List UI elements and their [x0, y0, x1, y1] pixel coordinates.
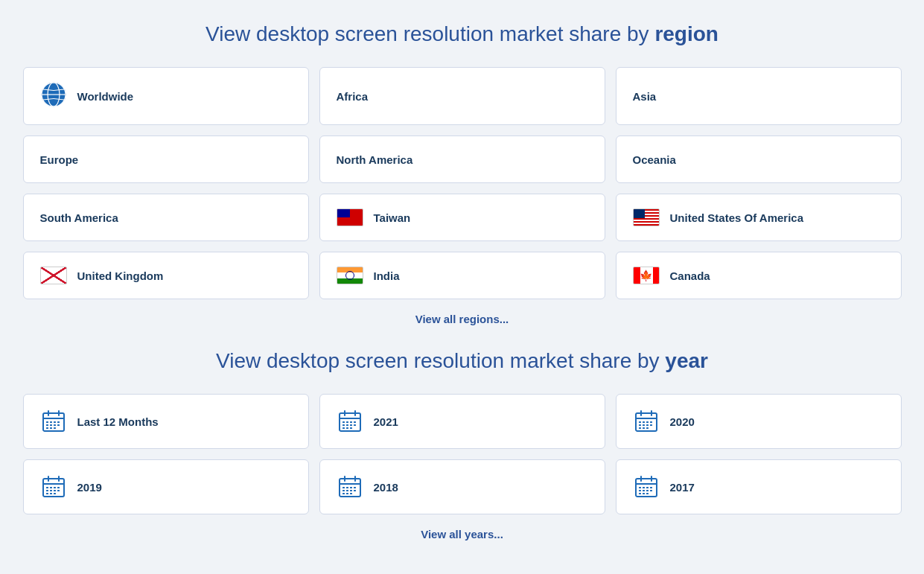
calendar-icon-2018	[337, 473, 363, 500]
svg-rect-54	[50, 487, 52, 488]
calendar-icon-last12	[40, 408, 67, 435]
year-card-2020-label: 2020	[670, 415, 695, 428]
region-card-north-america[interactable]: North America	[319, 135, 605, 183]
svg-rect-91	[639, 493, 641, 494]
svg-rect-8	[46, 421, 48, 423]
region-card-worldwide-label: Worldwide	[77, 90, 134, 103]
svg-rect-45	[650, 424, 652, 426]
svg-rect-60	[57, 490, 60, 491]
year-card-2019-label: 2019	[77, 481, 102, 494]
svg-rect-43	[643, 424, 645, 426]
svg-rect-17	[50, 427, 52, 429]
svg-rect-48	[646, 427, 649, 429]
svg-rect-15	[57, 424, 60, 426]
svg-rect-33	[350, 427, 352, 429]
calendar-icon-2017	[633, 473, 660, 500]
svg-rect-86	[650, 487, 652, 488]
svg-rect-29	[350, 424, 352, 426]
svg-rect-18	[54, 427, 56, 429]
svg-rect-53	[46, 487, 48, 488]
year-card-2018[interactable]: 2018	[319, 459, 605, 514]
svg-rect-30	[354, 424, 356, 426]
year-card-2018-label: 2018	[374, 481, 398, 494]
svg-rect-9	[50, 421, 52, 423]
region-card-india-label: India	[374, 270, 400, 282]
region-card-uk[interactable]: United Kingdom	[23, 252, 309, 299]
svg-rect-55	[54, 487, 56, 488]
svg-rect-76	[342, 493, 345, 494]
region-card-oceania-label: Oceania	[633, 153, 676, 166]
svg-rect-83	[639, 487, 641, 488]
svg-rect-26	[354, 421, 356, 423]
svg-rect-28	[346, 424, 348, 426]
uk-flag-icon	[40, 267, 67, 284]
region-card-india[interactable]: India	[319, 252, 605, 299]
year-card-last12-label: Last 12 Months	[77, 415, 159, 428]
region-card-europe[interactable]: Europe	[23, 135, 309, 183]
svg-rect-14	[54, 424, 56, 426]
svg-rect-90	[650, 490, 652, 491]
svg-rect-10	[54, 421, 56, 423]
region-card-uk-label: United Kingdom	[77, 270, 164, 282]
calendar-icon-2021	[337, 408, 363, 435]
region-card-europe-label: Europe	[40, 153, 79, 166]
region-card-oceania[interactable]: Oceania	[616, 135, 902, 183]
region-card-asia[interactable]: Asia	[616, 67, 902, 125]
region-card-usa-label: United States Of America	[670, 211, 804, 224]
svg-rect-27	[342, 424, 345, 426]
year-card-2019[interactable]: 2019	[23, 459, 309, 514]
globe-icon	[40, 81, 67, 111]
region-card-usa[interactable]: United States Of America	[616, 194, 902, 241]
svg-rect-23	[342, 421, 345, 423]
svg-rect-78	[350, 493, 352, 494]
view-all-regions-link[interactable]: View all regions...	[415, 313, 509, 325]
svg-rect-75	[354, 490, 356, 491]
svg-rect-24	[346, 421, 348, 423]
svg-rect-74	[350, 490, 352, 491]
region-card-africa[interactable]: Africa	[319, 67, 605, 125]
region-card-asia-label: Asia	[633, 90, 657, 103]
calendar-icon-2019	[40, 473, 67, 500]
year-card-2021[interactable]: 2021	[319, 394, 605, 449]
svg-rect-57	[46, 490, 48, 491]
svg-rect-92	[643, 493, 645, 494]
calendar-icon-2020	[633, 408, 660, 435]
region-card-south-america[interactable]: South America	[23, 194, 309, 241]
svg-rect-71	[354, 487, 356, 488]
region-card-canada[interactable]: Canada	[616, 252, 902, 299]
region-card-worldwide[interactable]: Worldwide	[23, 67, 309, 125]
canada-flag-icon	[633, 267, 660, 284]
svg-rect-56	[57, 487, 60, 488]
region-grid: Worldwide Africa Asia Europe North Ameri…	[23, 67, 902, 299]
svg-rect-46	[639, 427, 641, 429]
region-card-taiwan-label: Taiwan	[374, 211, 411, 224]
svg-rect-11	[57, 421, 60, 423]
svg-rect-70	[350, 487, 352, 488]
region-card-taiwan[interactable]: Taiwan	[319, 194, 605, 241]
svg-rect-73	[346, 490, 348, 491]
svg-rect-63	[54, 493, 56, 494]
svg-rect-38	[639, 421, 641, 423]
svg-rect-12	[46, 424, 48, 426]
year-card-2017[interactable]: 2017	[616, 459, 902, 514]
svg-rect-88	[643, 490, 645, 491]
svg-rect-42	[639, 424, 641, 426]
svg-rect-89	[646, 490, 649, 491]
region-card-north-america-label: North America	[337, 153, 413, 166]
year-card-last12[interactable]: Last 12 Months	[23, 394, 309, 449]
svg-rect-13	[50, 424, 52, 426]
region-section-title: View desktop screen resolution market sh…	[205, 22, 719, 46]
year-card-2017-label: 2017	[670, 481, 695, 494]
year-card-2021-label: 2021	[374, 415, 398, 428]
svg-rect-93	[646, 493, 649, 494]
svg-rect-41	[650, 421, 652, 423]
year-card-2020[interactable]: 2020	[616, 394, 902, 449]
year-section-title: View desktop screen resolution market sh…	[216, 349, 708, 373]
view-all-years-link[interactable]: View all years...	[421, 528, 503, 540]
svg-rect-40	[646, 421, 649, 423]
year-grid: Last 12 Months	[23, 394, 902, 514]
svg-rect-44	[646, 424, 649, 426]
svg-rect-59	[54, 490, 56, 491]
svg-rect-25	[350, 421, 352, 423]
svg-rect-47	[643, 427, 645, 429]
